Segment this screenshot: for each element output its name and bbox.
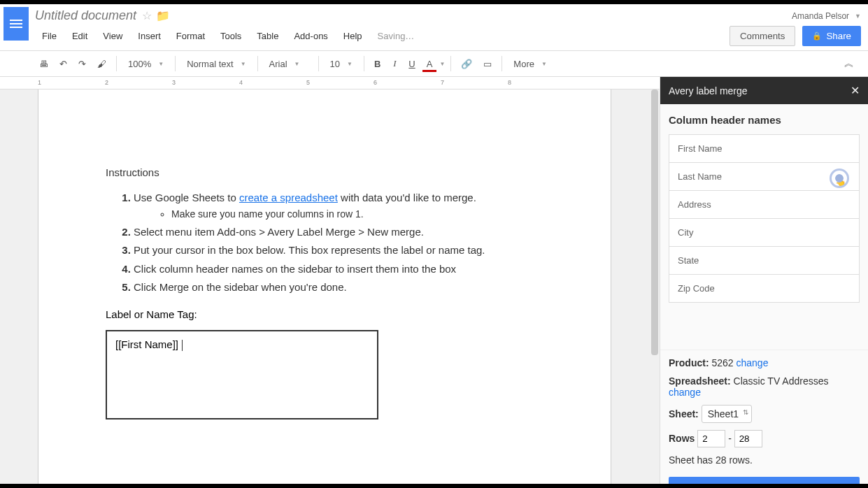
more-toolbar-button[interactable]: More▼ (508, 56, 553, 72)
workspace: 1 2 3 4 5 6 7 8 Instructions Use Google … (0, 77, 868, 488)
paragraph-style-select[interactable]: Normal text▼ (181, 56, 251, 72)
window-bottom-bar (0, 484, 868, 488)
ruler-tick: 1 (38, 79, 41, 86)
document-area: 1 2 3 4 5 6 7 8 Instructions Use Google … (0, 77, 660, 488)
sidebar-footer: Product: 5262 change Spreadsheet: Classi… (660, 350, 868, 488)
toolbar-separator (450, 56, 451, 71)
chevron-down-icon: ▼ (347, 61, 353, 67)
close-icon[interactable]: ✕ (851, 84, 860, 97)
comments-button[interactable]: Comments (730, 26, 795, 46)
product-value: 5262 (711, 357, 733, 368)
rows-label: Rows (669, 433, 695, 444)
instruction-subitem: Make sure you name your columns in row 1… (171, 208, 543, 221)
user-chevron-icon[interactable]: ▼ (855, 13, 861, 20)
instruction-item: Use Google Sheets to create a spreadshee… (134, 191, 543, 221)
chevron-down-icon: ▼ (241, 61, 246, 67)
undo-icon[interactable]: ↶ (55, 56, 71, 72)
bold-button[interactable]: B (370, 56, 385, 72)
spreadsheet-row: Spreadsheet: Classic TV Addresses change (669, 375, 860, 398)
cursor-pointer-icon: 👆 (835, 177, 846, 187)
column-item-city[interactable]: City (669, 218, 860, 247)
change-spreadsheet-link[interactable]: change (669, 387, 701, 398)
product-label: Product: (669, 357, 709, 368)
instruction-item: Click Merge on the sidebar when you're d… (134, 280, 543, 294)
toolbar-separator (318, 56, 319, 71)
sheet-label: Sheet: (669, 408, 699, 419)
ruler[interactable]: 1 2 3 4 5 6 7 8 (0, 77, 660, 89)
label-heading: Label or Name Tag: (106, 308, 543, 320)
label-box[interactable]: [[First Name]] (106, 330, 378, 419)
ruler-tick: 2 (105, 79, 108, 86)
folder-icon[interactable]: 📁 (156, 9, 170, 22)
text-cursor (182, 340, 183, 351)
toolbar-separator (175, 56, 176, 71)
menu-file[interactable]: File (35, 28, 64, 44)
user-name[interactable]: Amanda Pelsor (792, 11, 849, 21)
sidebar-body: Column header names First Name Last Name… (660, 104, 868, 350)
instruction-item: Click column header names on the sidebar… (134, 262, 543, 276)
toolbar-separator (364, 56, 364, 71)
text-color-button[interactable]: A (422, 56, 437, 72)
instruction-item: Put your cursor in the box below. This b… (134, 243, 543, 257)
menu-view[interactable]: View (96, 28, 129, 44)
star-icon[interactable]: ☆ (142, 9, 152, 22)
menu-edit[interactable]: Edit (65, 28, 94, 44)
instruction-item: Select menu item Add-ons > Avery Label M… (134, 225, 543, 239)
redo-icon[interactable]: ↷ (74, 56, 90, 72)
ruler-tick: 3 (172, 79, 176, 86)
ruler-tick: 7 (441, 79, 444, 86)
spreadsheet-value: Classic TV Addresses (734, 375, 829, 387)
column-item-state[interactable]: State (669, 246, 860, 275)
menu-format[interactable]: Format (169, 28, 212, 44)
toolbar-separator (257, 56, 258, 71)
column-item-last-name[interactable]: Last Name 👆 (669, 162, 860, 191)
menu-tools[interactable]: Tools (213, 28, 248, 44)
column-header-heading: Column header names (669, 114, 860, 126)
zoom-select[interactable]: 100%▼ (122, 56, 169, 72)
font-select[interactable]: Arial▼ (264, 56, 313, 72)
column-item-zip[interactable]: Zip Code (669, 274, 860, 303)
italic-button[interactable]: I (387, 55, 401, 72)
link-icon[interactable]: 🔗 (457, 56, 476, 72)
underline-button[interactable]: U (404, 56, 419, 72)
font-size-select[interactable]: 10▼ (325, 56, 358, 72)
menu-insert[interactable]: Insert (131, 28, 168, 44)
chevron-down-icon[interactable]: ▼ (439, 61, 445, 67)
rows-info: Sheet has 28 rows. (669, 454, 860, 466)
saving-status: Saving… (371, 28, 422, 44)
ruler-tick: 5 (306, 79, 310, 86)
lock-icon: 🔒 (812, 31, 822, 41)
sidebar-title: Avery label merge (669, 85, 748, 96)
rows-to-input[interactable] (734, 430, 762, 447)
ruler-tick: 4 (239, 79, 243, 86)
sheet-select[interactable]: Sheet1 (702, 405, 752, 423)
chevron-down-icon: ▼ (158, 61, 164, 67)
menu-help[interactable]: Help (336, 28, 369, 44)
create-spreadsheet-link[interactable]: create a spreadsheet (239, 192, 338, 203)
label-box-content: [[First Name]] (115, 338, 178, 350)
sidebar-header: Avery label merge ✕ (660, 77, 868, 104)
document-title[interactable]: Untitled document (35, 8, 136, 23)
column-item-first-name[interactable]: First Name (669, 134, 860, 163)
share-button[interactable]: 🔒 Share (802, 26, 861, 46)
instructions-heading: Instructions (106, 166, 543, 178)
print-icon[interactable]: 🖶 (35, 56, 52, 72)
menu-addons[interactable]: Add-ons (287, 28, 334, 44)
spreadsheet-label: Spreadsheet: (669, 375, 731, 387)
chevron-down-icon: ▼ (541, 61, 547, 67)
toolbar: 🖶 ↶ ↷ 🖌 100%▼ Normal text▼ Arial▼ 10▼ B … (0, 50, 868, 77)
document-page[interactable]: Instructions Use Google Sheets to create… (38, 89, 611, 488)
paint-format-icon[interactable]: 🖌 (93, 56, 111, 72)
menu-table[interactable]: Table (250, 28, 285, 44)
docs-logo[interactable] (3, 7, 29, 41)
comment-icon[interactable]: ▭ (479, 56, 496, 72)
column-item-address[interactable]: Address (669, 190, 860, 219)
instruction-list: Use Google Sheets to create a spreadshee… (106, 191, 543, 294)
scrollbar-thumb[interactable] (651, 89, 658, 355)
chevron-down-icon: ▼ (294, 61, 300, 67)
change-product-link[interactable]: change (737, 357, 769, 368)
product-row: Product: 5262 change (669, 357, 860, 368)
collapse-toolbar-icon[interactable]: ︽ (844, 57, 854, 70)
rows-from-input[interactable] (697, 430, 725, 447)
toolbar-separator (116, 56, 117, 71)
